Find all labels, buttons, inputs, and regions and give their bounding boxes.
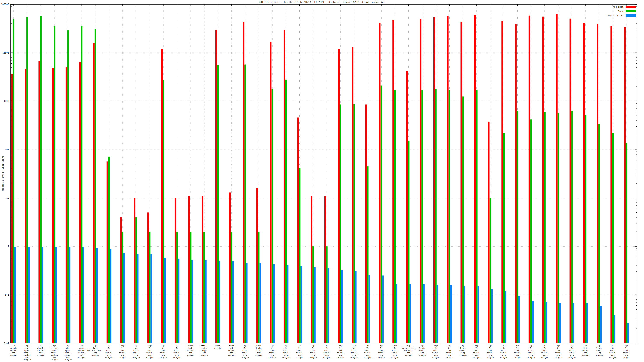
bar-score-9 bbox=[124, 253, 125, 343]
bar-spam-38 bbox=[517, 111, 518, 343]
bar-spam-18 bbox=[244, 64, 246, 343]
bar-spam-1 bbox=[13, 19, 14, 343]
bar-spam-45 bbox=[612, 133, 614, 343]
bar-score-18 bbox=[246, 263, 248, 343]
bar-spam-10 bbox=[136, 217, 137, 343]
bar-notspam-3 bbox=[38, 61, 40, 343]
x-tick-label: noneorigin bbox=[214, 345, 222, 349]
bar-spam-42 bbox=[571, 111, 573, 343]
bar-notspam-40 bbox=[542, 16, 544, 343]
legend-row-not-spam: Not Spam bbox=[613, 6, 636, 8]
bar-notspam-31 bbox=[420, 19, 421, 343]
bar-score-23 bbox=[314, 267, 316, 343]
bar-score-31 bbox=[423, 284, 424, 343]
bar-notspam-42 bbox=[570, 18, 571, 343]
chart-canvas: RBL Statistics - Tue Oct 12 12:58:14 EDT… bbox=[0, 0, 644, 362]
bar-notspam-12 bbox=[161, 49, 162, 343]
x-tick-label: 11@Y.list.dnswl.orgorigin bbox=[350, 345, 358, 359]
bar-spam-40 bbox=[544, 112, 545, 343]
bar-score-15 bbox=[205, 260, 206, 343]
bar-score-4 bbox=[55, 247, 57, 343]
bar-score-35 bbox=[478, 286, 479, 343]
legend-label-score: Score (0..1) bbox=[608, 14, 624, 17]
y-tick-label: 100000 bbox=[1, 3, 9, 6]
bar-notspam-22 bbox=[297, 118, 298, 343]
bar-score-3 bbox=[42, 247, 43, 343]
bar-spam-37 bbox=[503, 133, 505, 343]
bar-notspam-13 bbox=[174, 198, 176, 343]
bar-score-14 bbox=[192, 260, 193, 343]
x-tick-label: 3@2.list.dnswl.orgorigin bbox=[106, 345, 113, 359]
x-tick-label: 7@dnsbl.sorbs.netorigin bbox=[10, 345, 17, 356]
legend-label-not-spam: Not Spam bbox=[613, 6, 624, 8]
legend-swatch-spam-icon bbox=[626, 10, 636, 12]
bar-notspam-23 bbox=[311, 196, 312, 343]
x-tick-label: 2ff03.iadb.isipp.comorigin bbox=[187, 345, 194, 356]
bar-score-30 bbox=[409, 284, 411, 343]
bar-score-2 bbox=[28, 247, 30, 343]
x-tick-label: 5@1.list.dnswl.orgorigin bbox=[378, 345, 385, 359]
x-tick-label: 2ff01.iadb.isipp.comorigin bbox=[255, 345, 262, 356]
bar-spam-35 bbox=[476, 90, 477, 343]
bar-spam-24 bbox=[326, 246, 328, 343]
bar-score-43 bbox=[586, 303, 588, 343]
bar-spam-30 bbox=[408, 141, 409, 343]
bar-spam-41 bbox=[558, 113, 559, 343]
x-tick-label: 2ff04.iadb.isipp.comorigin bbox=[200, 345, 208, 356]
bar-notspam-18 bbox=[242, 22, 244, 343]
bar-notspam-44 bbox=[597, 23, 598, 343]
bar-score-13 bbox=[178, 259, 180, 343]
bar-notspam-19 bbox=[256, 188, 258, 343]
bar-score-20 bbox=[273, 264, 275, 343]
y-tick-label: 1 bbox=[8, 245, 9, 248]
bar-score-1 bbox=[14, 247, 16, 343]
bar-spam-16 bbox=[217, 65, 218, 343]
bar-notspam-6 bbox=[79, 62, 81, 343]
bar-spam-36 bbox=[489, 198, 491, 343]
bars bbox=[11, 14, 629, 343]
x-tick-label: 6@new.spam.dnsbl.sorbs.netorigin bbox=[24, 345, 31, 361]
bar-notspam-43 bbox=[583, 23, 585, 343]
bar-notspam-5 bbox=[66, 67, 67, 343]
y-tick-label: 1000 bbox=[4, 100, 9, 102]
bar-notspam-10 bbox=[134, 198, 135, 343]
x-tick-label: 9@1.list.dnswl.orgorigin bbox=[514, 345, 521, 359]
bar-notspam-35 bbox=[474, 15, 476, 343]
bar-spam-14 bbox=[190, 232, 192, 343]
bar-spam-43 bbox=[585, 115, 586, 343]
bar-notspam-36 bbox=[488, 121, 489, 343]
x-tick-label: 1@list.dnswl.orgorigin bbox=[460, 345, 466, 356]
bar-score-28 bbox=[382, 275, 384, 343]
bar-spam-29 bbox=[394, 90, 396, 343]
x-tick-label: 9@0.list.dnswl.orgorigin bbox=[555, 345, 562, 359]
bar-score-5 bbox=[69, 247, 70, 343]
x-tick-label: 4@3.list.dnswl.orgorigin bbox=[609, 345, 616, 359]
bar-spam-28 bbox=[380, 86, 382, 343]
bar-notspam-41 bbox=[556, 14, 558, 343]
bar-notspam-33 bbox=[447, 16, 448, 343]
bar-notspam-14 bbox=[188, 196, 190, 343]
legend-row-score: Score (0..1) bbox=[608, 14, 636, 17]
bar-score-6 bbox=[82, 247, 84, 343]
x-tick-label: 9@Y.list.dnswl.orgorigin bbox=[541, 345, 548, 359]
bar-spam-23 bbox=[312, 246, 314, 343]
bar-score-25 bbox=[341, 270, 343, 343]
x-tick-label: 8@2.list.dnswl.orgorigin bbox=[174, 345, 181, 359]
x-tick-label: 3@Y.list.dnswl.orgorigin bbox=[269, 345, 276, 359]
y-tick-label: 10 bbox=[6, 197, 9, 199]
bar-spam-6 bbox=[81, 26, 82, 343]
bar-spam-2 bbox=[26, 17, 28, 343]
bar-score-39 bbox=[532, 301, 534, 343]
bar-score-26 bbox=[355, 271, 356, 343]
legend: Not Spam Spam Score (0..1) bbox=[608, 6, 636, 17]
bar-spam-3 bbox=[40, 16, 42, 343]
y-tick-label: 0.01 bbox=[4, 342, 9, 345]
bar-notspam-29 bbox=[392, 20, 394, 343]
y-tick-labels: 1000001000010001001010.10.01 bbox=[1, 3, 9, 345]
x-tick-label: 4@Y.list.dnswl.orgorigin bbox=[623, 345, 630, 359]
bar-score-36 bbox=[491, 289, 492, 343]
bar-spam-5 bbox=[67, 30, 69, 343]
bar-notspam-27 bbox=[365, 104, 367, 343]
x-tick-label: 7@3.list.dnswl.orgorigin bbox=[310, 345, 317, 359]
bar-score-34 bbox=[464, 286, 465, 343]
